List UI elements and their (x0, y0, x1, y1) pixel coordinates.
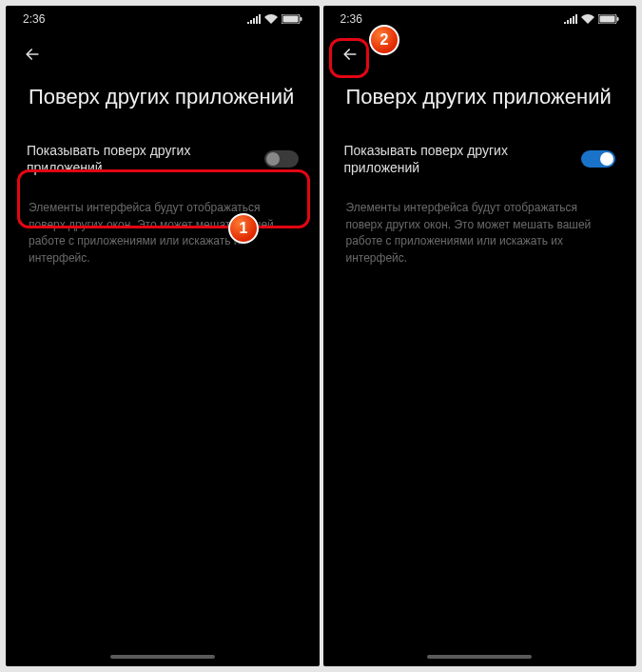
phone-screen-right: 2:36 Поверх других приложений Показывать… (323, 6, 637, 666)
toggle-knob (266, 152, 280, 166)
overlay-permission-row[interactable]: Показывать поверх других приложений (323, 128, 637, 191)
toggle-knob (600, 152, 613, 166)
battery-icon (598, 14, 619, 24)
overlay-toggle[interactable] (581, 150, 615, 168)
svg-rect-2 (300, 17, 302, 21)
signal-icon (247, 14, 261, 24)
overlay-permission-label: Показывать поверх других приложений (344, 142, 567, 178)
overlay-permission-label: Показывать поверх других приложений (27, 142, 249, 178)
overlay-description: Элементы интерфейса будут отображаться п… (323, 190, 637, 267)
back-arrow-icon (23, 45, 42, 64)
wifi-icon (264, 14, 278, 24)
status-icons (247, 14, 302, 24)
overlay-permission-row[interactable]: Показывать поверх других приложений (6, 128, 320, 191)
status-bar: 2:36 (6, 6, 320, 32)
back-arrow-icon (340, 45, 360, 64)
page-title: Поверх других приложений (6, 76, 320, 128)
overlay-toggle[interactable] (264, 150, 299, 168)
svg-rect-4 (600, 16, 615, 23)
status-time: 2:36 (340, 12, 362, 26)
battery-icon (282, 14, 302, 24)
signal-icon (564, 14, 577, 24)
nav-indicator[interactable] (110, 655, 215, 659)
status-icons (564, 14, 619, 24)
svg-rect-5 (617, 17, 619, 21)
status-time: 2:36 (23, 12, 45, 26)
dual-phone-container: 2:36 Поверх других приложений Показывать… (0, 0, 642, 672)
back-button[interactable] (337, 41, 363, 68)
svg-rect-1 (282, 16, 298, 23)
phone-screen-left: 2:36 Поверх других приложений Показывать… (6, 6, 320, 666)
top-bar (6, 32, 320, 76)
page-title: Поверх других приложений (323, 76, 637, 128)
status-bar: 2:36 (323, 6, 637, 32)
wifi-icon (581, 14, 594, 24)
back-button[interactable] (19, 41, 46, 68)
overlay-description: Элементы интерфейса будут отображаться п… (6, 190, 320, 267)
nav-indicator[interactable] (427, 655, 532, 659)
top-bar (323, 32, 637, 76)
